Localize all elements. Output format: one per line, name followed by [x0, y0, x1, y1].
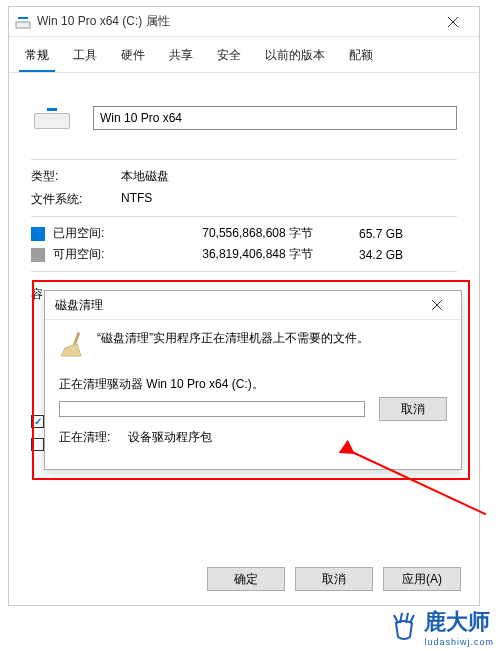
- index-checkbox[interactable]: [31, 438, 44, 451]
- drive-large-icon: [31, 97, 73, 139]
- tab-strip: 常规 工具 硬件 共享 安全 以前的版本 配额: [9, 37, 479, 72]
- broom-icon: [59, 330, 87, 358]
- dialog-titlebar: 磁盘清理: [45, 291, 461, 319]
- type-label: 类型:: [31, 168, 121, 185]
- used-swatch: [31, 227, 45, 241]
- disk-cleanup-dialog: 磁盘清理 “磁盘清理”实用程序正在清理机器上不需要的文件。 正在清理驱动器 Wi…: [44, 290, 462, 470]
- titlebar: Win 10 Pro x64 (C:) 属性: [9, 7, 479, 37]
- free-space-row: 可用空间: 36,819,406,848 字节 34.2 GB: [31, 246, 457, 263]
- svg-rect-1: [18, 17, 28, 19]
- compress-checkbox[interactable]: [31, 415, 44, 428]
- watermark-name: 鹿大师: [424, 609, 490, 634]
- tab-quota[interactable]: 配额: [343, 43, 379, 72]
- watermark: 鹿大师 ludashiwj.com: [388, 607, 494, 647]
- filesystem-row: 文件系统: NTFS: [31, 191, 457, 208]
- window-title: Win 10 Pro x64 (C:) 属性: [37, 13, 433, 30]
- dialog-title: 磁盘清理: [51, 297, 419, 314]
- apply-button[interactable]: 应用(A): [383, 567, 461, 591]
- ok-button[interactable]: 确定: [207, 567, 285, 591]
- deer-icon: [388, 611, 420, 643]
- cancel-button[interactable]: 取消: [295, 567, 373, 591]
- status-label: 正在清理:: [59, 430, 110, 444]
- dialog-message-row: “磁盘清理”实用程序正在清理机器上不需要的文件。: [59, 330, 447, 358]
- used-gb: 65.7 GB: [313, 227, 403, 241]
- svg-rect-0: [16, 22, 30, 28]
- dialog-body: “磁盘清理”实用程序正在清理机器上不需要的文件。 正在清理驱动器 Win 10 …: [45, 319, 461, 456]
- drive-name-row: [31, 97, 457, 139]
- fs-label: 文件系统:: [31, 191, 121, 208]
- progress-line-text: 正在清理驱动器 Win 10 Pro x64 (C:)。: [59, 376, 447, 393]
- drive-icon: [15, 14, 31, 30]
- drive-type-row: 类型: 本地磁盘: [31, 168, 457, 185]
- used-label: 已用空间:: [53, 225, 143, 242]
- dialog-message: “磁盘清理”实用程序正在清理机器上不需要的文件。: [97, 330, 369, 347]
- watermark-url: ludashiwj.com: [424, 637, 494, 647]
- tab-sharing[interactable]: 共享: [163, 43, 199, 72]
- dialog-cancel-button[interactable]: 取消: [379, 397, 447, 421]
- window-close-button[interactable]: [433, 8, 473, 36]
- capacity-label: 容: [31, 286, 43, 303]
- free-label: 可用空间:: [53, 246, 143, 263]
- drive-name-input[interactable]: [93, 106, 457, 130]
- dialog-close-button[interactable]: [419, 297, 455, 313]
- fs-value: NTFS: [121, 191, 152, 208]
- used-space-row: 已用空间: 70,556,868,608 字节 65.7 GB: [31, 225, 457, 242]
- used-bytes: 70,556,868,608 字节: [143, 225, 313, 242]
- type-value: 本地磁盘: [121, 168, 169, 185]
- dialog-progress-section: 正在清理驱动器 Win 10 Pro x64 (C:)。 取消: [59, 376, 447, 421]
- free-bytes: 36,819,406,848 字节: [143, 246, 313, 263]
- free-gb: 34.2 GB: [313, 248, 403, 262]
- close-icon: [448, 17, 458, 27]
- status-value: 设备驱动程序包: [128, 430, 212, 444]
- dialog-status-row: 正在清理: 设备驱动程序包: [59, 429, 447, 446]
- dialog-buttons: 确定 取消 应用(A): [207, 567, 461, 591]
- tab-security[interactable]: 安全: [211, 43, 247, 72]
- close-icon: [432, 300, 442, 310]
- tab-hardware[interactable]: 硬件: [115, 43, 151, 72]
- free-swatch: [31, 248, 45, 262]
- tab-previous-versions[interactable]: 以前的版本: [259, 43, 331, 72]
- progress-bar: [59, 401, 365, 417]
- tab-general[interactable]: 常规: [19, 43, 55, 72]
- tab-tools[interactable]: 工具: [67, 43, 103, 72]
